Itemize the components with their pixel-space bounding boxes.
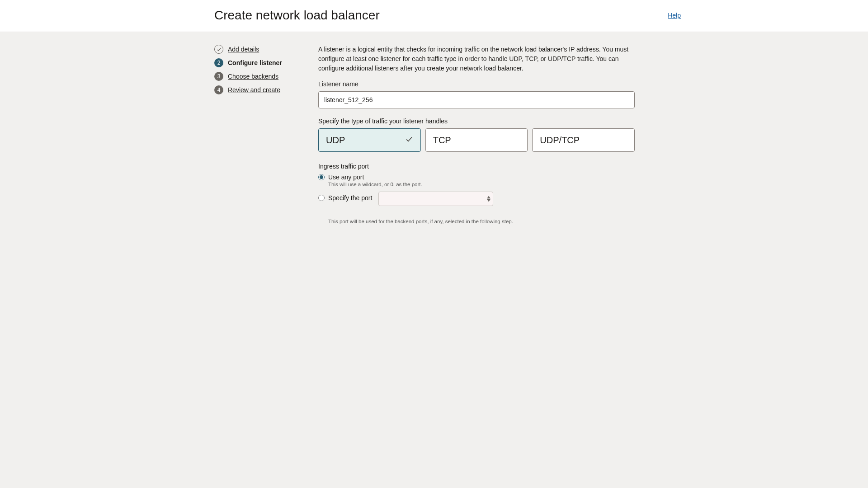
step-number-icon: 2 — [214, 58, 223, 67]
traffic-type-tiles: UDP TCP UDP/TCP — [318, 128, 635, 152]
step-choose-backends[interactable]: 3 Choose backends — [214, 72, 307, 81]
check-icon — [405, 135, 413, 145]
stepper-icon[interactable] — [487, 196, 491, 202]
tile-label: TCP — [433, 135, 451, 145]
wizard-steps: Add details 2 Configure listener 3 Choos… — [214, 45, 307, 224]
step-number-icon: 3 — [214, 72, 223, 81]
ingress-port-label: Ingress traffic port — [318, 163, 635, 170]
step-configure-listener[interactable]: 2 Configure listener — [214, 58, 307, 67]
radio-label: Specify the port — [328, 194, 372, 202]
step-label: Add details — [228, 46, 259, 53]
radio-specify-port[interactable]: Specify the port — [318, 194, 372, 202]
traffic-tile-udptcp[interactable]: UDP/TCP — [532, 128, 635, 152]
listener-name-label: Listener name — [318, 80, 635, 88]
traffic-type-label: Specify the type of traffic your listene… — [318, 117, 635, 125]
check-icon — [214, 45, 223, 54]
step-label: Review and create — [228, 86, 280, 94]
radio-input-use-any[interactable] — [318, 174, 325, 180]
step-add-details[interactable]: Add details — [214, 45, 307, 54]
intro-text: A listener is a logical entity that chec… — [318, 45, 635, 73]
page-title: Create network load balancer — [214, 8, 380, 23]
tile-label: UDP — [326, 135, 345, 145]
step-number-icon: 4 — [214, 85, 223, 94]
port-number-input[interactable] — [378, 192, 493, 206]
use-any-help: This will use a wildcard, or 0, as the p… — [328, 182, 635, 187]
tile-label: UDP/TCP — [540, 135, 580, 145]
port-footer-help: This port will be used for the backend p… — [328, 219, 635, 224]
help-link[interactable]: Help — [668, 12, 681, 19]
step-review-create[interactable]: 4 Review and create — [214, 85, 307, 94]
step-label: Configure listener — [228, 59, 282, 66]
traffic-tile-udp[interactable]: UDP — [318, 128, 421, 152]
chevron-down-icon — [487, 199, 491, 202]
listener-name-input[interactable] — [318, 91, 635, 108]
main-form: A listener is a logical entity that chec… — [318, 45, 635, 224]
step-label: Choose backends — [228, 73, 278, 80]
traffic-tile-tcp[interactable]: TCP — [425, 128, 528, 152]
radio-label: Use any port — [328, 174, 364, 181]
chevron-up-icon — [487, 196, 491, 199]
radio-input-specify[interactable] — [318, 195, 325, 201]
radio-use-any-port[interactable]: Use any port — [318, 174, 635, 181]
